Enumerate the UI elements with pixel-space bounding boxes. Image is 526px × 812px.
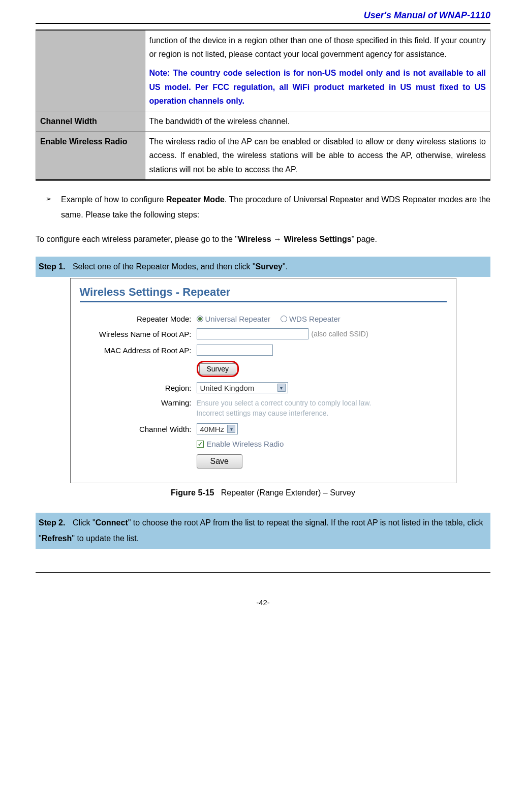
radio-wds-repeater[interactable]: WDS Repeater xyxy=(281,315,341,323)
radio-universal-repeater[interactable]: Universal Repeater xyxy=(197,315,270,323)
chevron-down-icon: ▾ xyxy=(277,384,286,392)
step2-bold2: Refresh xyxy=(42,534,72,543)
instruction-bold: Wireless → Wireless Settings xyxy=(238,235,352,243)
ssid-hint: (also called SSID) xyxy=(312,330,368,338)
instruction-line: To configure each wireless parameter, pl… xyxy=(36,232,490,247)
radio-universal-label: Universal Repeater xyxy=(205,315,270,323)
channel-width-value: 40MHz xyxy=(200,425,225,433)
region-label: Region: xyxy=(80,384,197,392)
page-header-title: User's Manual of WNAP-1110 xyxy=(36,10,490,21)
step1-pre: Select one of the Repeater Modes, and th… xyxy=(73,262,256,271)
page-number: -42- xyxy=(36,598,490,607)
radio-dot-icon xyxy=(281,316,287,322)
warning-label: Warning: xyxy=(80,398,197,407)
bullet-arrow-icon: ➢ xyxy=(46,192,52,223)
survey-button[interactable]: Survey xyxy=(199,363,237,374)
step2-bar: Step 2. Click "Connect" to choose the ro… xyxy=(36,513,490,549)
param-row3-label: Enable Wireless Radio xyxy=(36,132,145,180)
channel-width-label: Channel Width: xyxy=(80,425,197,433)
figure-caption-bold: Figure 5-15 xyxy=(171,488,214,497)
instruction-pre: To configure each wireless parameter, pl… xyxy=(36,235,238,243)
enable-wireless-checkbox[interactable]: ✓ xyxy=(197,441,204,448)
step1-label: Step 1. xyxy=(39,262,65,271)
step2-post: " to update the list. xyxy=(72,534,139,543)
parameter-table: function of the device in a region other… xyxy=(36,29,490,181)
figure-caption-text: Repeater (Range Extender) – Survey xyxy=(221,488,355,497)
param-row1-desc-cell: function of the device in a region other… xyxy=(145,30,490,111)
repeater-mode-label: Repeater Mode: xyxy=(80,315,197,323)
survey-button-highlight: Survey xyxy=(197,361,239,377)
figure-caption: Figure 5-15 Repeater (Range Extender) – … xyxy=(36,488,490,497)
step1-post: ". xyxy=(283,262,288,271)
bullet-example: ➢ Example of how to configure Repeater M… xyxy=(46,192,490,223)
step1-bar: Step 1. Select one of the Repeater Modes… xyxy=(36,257,490,277)
param-row2-label: Channel Width xyxy=(36,111,145,131)
step2-label: Step 2. xyxy=(39,518,65,527)
param-row1-label xyxy=(36,30,145,111)
instruction-post: " page. xyxy=(352,235,377,243)
footer-rule xyxy=(36,572,490,573)
save-button[interactable]: Save xyxy=(197,454,242,469)
step2-bold1: Connect xyxy=(96,518,128,527)
wireless-name-label: Wireless Name of Root AP: xyxy=(80,330,197,338)
radio-dot-icon xyxy=(197,316,203,322)
param-row1-desc: function of the device in a region other… xyxy=(149,34,486,61)
enable-wireless-label: Enable Wireless Radio xyxy=(207,440,284,448)
param-row3-desc: The wireless radio of the AP can be enab… xyxy=(145,132,490,180)
channel-width-select[interactable]: 40MHz ▾ xyxy=(197,423,238,434)
figure-title-underline xyxy=(80,301,447,302)
step1-bold: Survey xyxy=(256,262,283,271)
mac-address-input[interactable] xyxy=(197,345,273,356)
region-select[interactable]: United Kingdom ▾ xyxy=(197,382,288,393)
wireless-name-input[interactable] xyxy=(197,328,308,339)
figure-title: Wireless Settings - Repeater xyxy=(80,286,447,299)
param-row1-note: Note: The country code selection is for … xyxy=(149,66,486,108)
chevron-down-icon: ▾ xyxy=(227,425,235,433)
radio-wds-label: WDS Repeater xyxy=(289,315,341,323)
bullet-pre: Example of how to configure xyxy=(61,195,166,204)
bullet-bold: Repeater Mode xyxy=(166,195,225,204)
step2-pre: Click " xyxy=(73,518,96,527)
warning-text: Ensure you select a correct country to c… xyxy=(197,398,395,418)
region-value: United Kingdom xyxy=(200,384,255,392)
param-row2-desc: The bandwidth of the wireless channel. xyxy=(145,111,490,131)
mac-address-label: MAC Address of Root AP: xyxy=(80,346,197,355)
figure-screenshot: Wireless Settings - Repeater Repeater Mo… xyxy=(70,278,456,483)
